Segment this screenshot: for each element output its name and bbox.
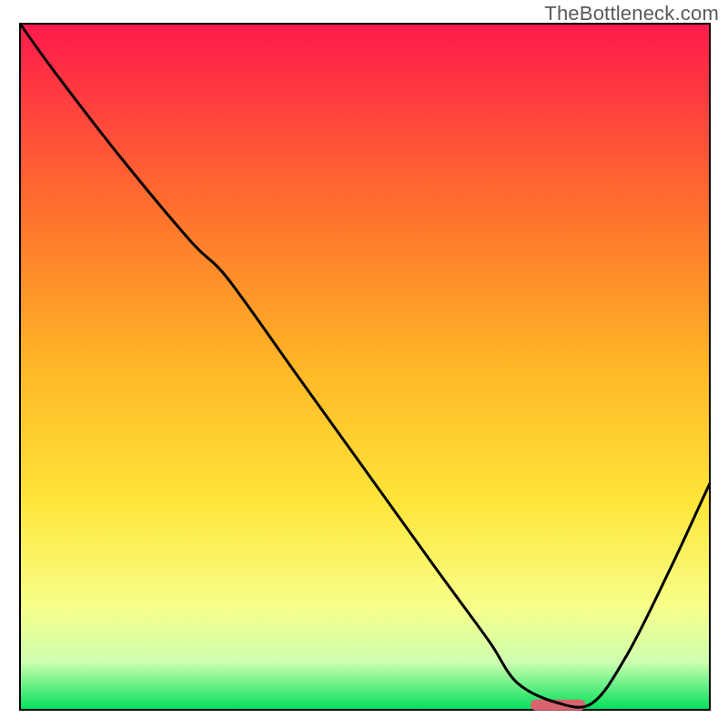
- gradient-background: [20, 24, 710, 710]
- optimum-marker: [531, 700, 586, 711]
- bottleneck-chart: [0, 0, 728, 728]
- chart-stage: TheBottleneck.com: [0, 0, 728, 728]
